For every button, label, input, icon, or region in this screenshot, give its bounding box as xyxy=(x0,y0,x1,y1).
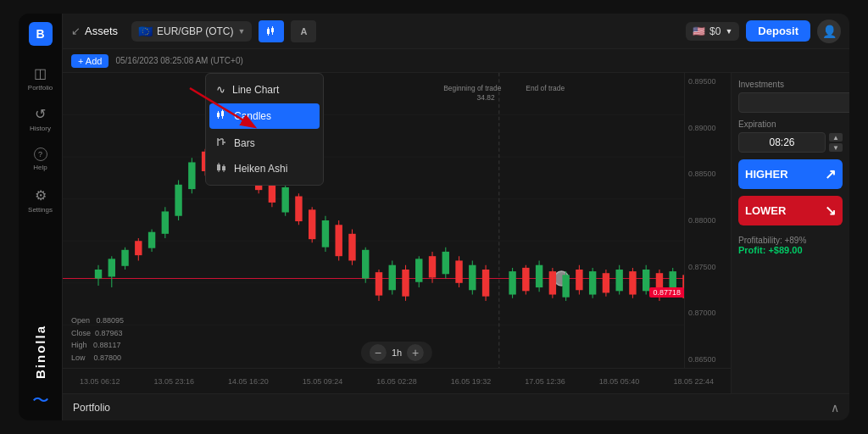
portfolio-icon: ◫ xyxy=(34,65,47,81)
price-label-6: 0.86500 xyxy=(688,355,727,364)
svg-rect-107 xyxy=(562,275,569,297)
expiration-label: Expiration xyxy=(738,120,843,129)
portfolio-bar: Portfolio ∧ xyxy=(63,393,849,420)
portfolio-title: Portfolio xyxy=(73,402,110,414)
candlestick-chart: Beginning of trade 34.82 End of trade xyxy=(63,73,731,368)
candles-dropdown-icon xyxy=(216,109,227,123)
expiration-section: Expiration 08:26 ▲ ▼ xyxy=(738,120,843,153)
help-icon: ? xyxy=(34,147,47,161)
chart-area: ∿ Line Chart xyxy=(63,73,731,393)
svg-rect-97 xyxy=(482,270,489,297)
nav-settings[interactable]: ⚙ Settings xyxy=(22,181,59,219)
price-label-0: 0.89500 xyxy=(688,77,727,86)
x-label-8: 18.05 22:44 xyxy=(673,377,714,386)
price-label-5: 0.87000 xyxy=(688,309,727,317)
profitability-section: Profitability: +89% Profit: +$89.00 xyxy=(738,236,843,255)
brand-logo: B xyxy=(29,22,53,46)
settings-icon: ⚙ xyxy=(35,187,47,203)
svg-rect-117 xyxy=(629,271,636,294)
nav-help[interactable]: ? Help xyxy=(22,141,59,178)
pair-selector[interactable]: 🇪🇺 EUR/GBP (OTC) ▼ xyxy=(131,21,252,42)
svg-rect-103 xyxy=(536,265,542,287)
svg-rect-95 xyxy=(469,265,476,291)
help-label: Help xyxy=(33,164,47,171)
svg-rect-41 xyxy=(108,259,115,276)
x-label-6: 17.05 12:36 xyxy=(525,377,565,386)
x-label-0: 13.05 06:12 xyxy=(80,377,120,386)
svg-text:End of trade: End of trade xyxy=(526,84,565,92)
chart-type-text-btn[interactable]: A xyxy=(291,20,316,42)
line-chart-icon: ∿ xyxy=(216,83,225,96)
svg-text:34.82: 34.82 xyxy=(477,93,495,102)
current-price-value: 0.87718 xyxy=(653,288,681,297)
pair-flag: 🇪🇺 xyxy=(138,25,153,38)
add-button[interactable]: + Add xyxy=(71,54,108,68)
svg-rect-73 xyxy=(322,220,329,248)
top-bar: ↙ Assets 🇪🇺 EUR/GBP (OTC) ▼ A xyxy=(63,14,849,49)
dropdown-candles-label: Candles xyxy=(234,110,271,122)
zoom-in-button[interactable]: + xyxy=(407,344,424,361)
svg-rect-45 xyxy=(135,241,142,255)
investments-input[interactable] xyxy=(738,92,849,113)
brand-nav: ◫ Portfolio ↺ History ? Help ⚙ Settings xyxy=(22,59,59,325)
deposit-button[interactable]: Deposit xyxy=(746,20,810,42)
svg-rect-49 xyxy=(162,211,169,233)
svg-rect-71 xyxy=(309,209,315,239)
nav-portfolio[interactable]: ◫ Portfolio xyxy=(22,59,59,97)
higher-button[interactable]: HIGHER ↗ xyxy=(738,159,843,189)
svg-rect-109 xyxy=(576,270,582,290)
add-label: + Add xyxy=(78,56,102,66)
x-label-5: 16.05 19:32 xyxy=(451,377,492,386)
dropdown-line-chart[interactable]: ∿ Line Chart xyxy=(206,77,323,102)
portfolio-chevron-icon[interactable]: ∧ xyxy=(831,401,839,415)
expiration-value: 08:26 xyxy=(738,132,826,153)
svg-rect-0 xyxy=(267,29,270,34)
investments-section: Investments $ ▲ ▼ xyxy=(738,80,843,113)
pair-chevron-icon: ▼ xyxy=(237,27,245,36)
price-label-2: 0.88500 xyxy=(688,170,727,178)
chart-type-candles-btn[interactable] xyxy=(259,20,284,42)
lower-arrow-icon: ↘ xyxy=(825,203,836,219)
right-panel: Investments $ ▲ ▼ Expiration 08:26 xyxy=(731,73,849,393)
timestamp: 05/16/2023 08:25:08 AM (UTC+0) xyxy=(115,56,242,65)
svg-rect-9 xyxy=(221,111,224,116)
dropdown-line-label: Line Chart xyxy=(232,84,279,96)
svg-rect-53 xyxy=(188,162,195,189)
y-axis: 0.89500 0.89000 0.88500 0.88000 0.87500 … xyxy=(684,73,731,368)
balance-selector[interactable]: 🇺🇸 $0 ▼ xyxy=(686,22,739,41)
higher-label: HIGHER xyxy=(745,168,788,181)
svg-rect-75 xyxy=(336,225,342,256)
svg-rect-51 xyxy=(175,185,181,216)
sub-bar: + Add 05/16/2023 08:25:08 AM (UTC+0) xyxy=(63,49,849,73)
svg-rect-87 xyxy=(415,259,422,281)
svg-rect-93 xyxy=(455,260,462,282)
user-avatar[interactable]: 👤 xyxy=(817,19,841,43)
assets-section: ↙ Assets xyxy=(71,25,118,37)
x-label-7: 18.05 05:40 xyxy=(599,377,640,386)
investments-input-row: $ ▲ ▼ xyxy=(738,92,843,113)
svg-rect-67 xyxy=(281,187,288,213)
higher-arrow-icon: ↗ xyxy=(825,166,836,182)
dropdown-candles[interactable]: Candles xyxy=(209,103,320,129)
current-price-tag: 0.87718 xyxy=(649,287,684,298)
assets-label: Assets xyxy=(85,25,118,37)
svg-rect-69 xyxy=(295,197,302,222)
svg-rect-85 xyxy=(402,270,409,297)
svg-rect-89 xyxy=(429,256,436,277)
nav-history[interactable]: ↺ History xyxy=(22,100,59,137)
expiration-increment[interactable]: ▲ xyxy=(829,133,843,142)
dropdown-bars[interactable]: Bars xyxy=(206,131,323,156)
investments-label: Investments xyxy=(738,80,843,89)
brand-wave-icon: 〜 xyxy=(32,389,49,412)
history-icon: ↺ xyxy=(35,106,46,122)
svg-rect-20 xyxy=(222,166,225,170)
lower-button[interactable]: LOWER ↘ xyxy=(738,196,843,225)
svg-rect-47 xyxy=(148,232,155,248)
dropdown-heiken-ashi[interactable]: Heiken Ashi xyxy=(206,156,323,181)
svg-rect-119 xyxy=(643,270,649,291)
heiken-icon xyxy=(216,162,227,175)
expiration-decrement[interactable]: ▼ xyxy=(829,143,843,152)
dropdown-heiken-label: Heiken Ashi xyxy=(234,163,287,175)
open-price: Open 0.88095 xyxy=(71,314,124,326)
zoom-out-button[interactable]: − xyxy=(370,344,387,361)
